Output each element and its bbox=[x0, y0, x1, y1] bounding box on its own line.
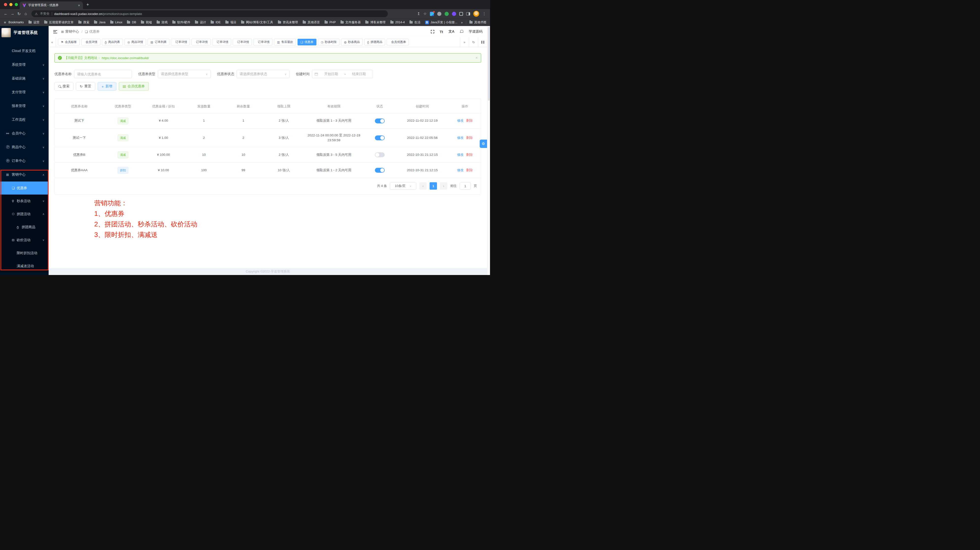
edit-link[interactable]: 修改 bbox=[457, 168, 464, 172]
bookmark-star-icon[interactable]: ☆ bbox=[423, 11, 427, 16]
tag-view-tab[interactable]: 订单详情 bbox=[191, 39, 211, 45]
page-size-select[interactable]: 10条/页 ∨ bbox=[390, 182, 416, 190]
bookmark-item[interactable]: PHP bbox=[325, 21, 336, 24]
coupon-type-select[interactable]: 请选择优惠券类型 ∨ bbox=[158, 70, 211, 78]
home-button[interactable]: ⌂ bbox=[22, 11, 29, 16]
page-scrollbar[interactable] bbox=[487, 26, 490, 275]
bookmark-item[interactable]: 前端 bbox=[141, 21, 152, 25]
sidebar-menu-item[interactable]: ⚯ 会员中心 ∨ bbox=[0, 127, 49, 140]
user-name[interactable]: 芋道源码 bbox=[469, 29, 482, 34]
sidebar-menu-item[interactable]: 报表管理 ∨ bbox=[0, 99, 49, 113]
sidebar-menu-item[interactable]: Cloud 开发文档 bbox=[0, 44, 49, 58]
sidebar-menu-item[interactable]: Ⓟ 商品中心 ∨ bbox=[0, 140, 49, 154]
delete-link[interactable]: 删除 bbox=[466, 119, 473, 122]
edit-link[interactable]: 修改 bbox=[457, 136, 464, 139]
theme-settings-button[interactable]: ⚙ bbox=[480, 139, 487, 148]
status-toggle[interactable] bbox=[375, 168, 385, 173]
other-bookmarks[interactable]: 其他书签 bbox=[469, 21, 487, 25]
bookmark-item[interactable]: 其他语言 bbox=[303, 21, 320, 25]
bookmark-item[interactable]: 运营 bbox=[29, 21, 40, 25]
prev-page-button[interactable]: ‹ bbox=[419, 182, 427, 190]
sidebar-menu-item[interactable]: ⓔ 订单中心 ∨ bbox=[0, 154, 49, 168]
search-button[interactable]: 搜索 bbox=[54, 82, 73, 90]
bookmark-item[interactable]: 游戏 bbox=[157, 21, 168, 25]
extension-icon[interactable] bbox=[430, 12, 434, 16]
forward-button[interactable]: → bbox=[9, 11, 16, 16]
reload-button[interactable]: ↻ bbox=[16, 11, 22, 16]
tab-close-icon[interactable]: × bbox=[78, 3, 80, 7]
extension-icon[interactable] bbox=[437, 12, 441, 16]
tags-refresh-icon[interactable]: ↻ bbox=[469, 37, 478, 47]
zoom-window-button[interactable] bbox=[15, 3, 18, 6]
tag-view-tab[interactable]: 会员详情 bbox=[81, 39, 100, 45]
language-icon[interactable]: 文A bbox=[449, 29, 454, 34]
date-range-picker[interactable]: 开始日期 - 结束日期 bbox=[312, 70, 373, 78]
bookmark-item[interactable]: BJava开发 | 小组首... bbox=[425, 21, 458, 25]
extension-icon[interactable] bbox=[452, 12, 456, 16]
bookmark-item[interactable]: 近期需要读的文章 bbox=[44, 21, 74, 25]
sidebar-menu-item[interactable]: ⚇ 拼团活动 ∧ bbox=[0, 208, 49, 220]
scrollbar-thumb[interactable] bbox=[488, 27, 490, 101]
bookmark-item[interactable]: DB bbox=[127, 21, 136, 24]
bookmark-item[interactable]: 项目 bbox=[225, 21, 236, 25]
extension-icon[interactable] bbox=[445, 12, 449, 16]
bookmarks-overflow-icon[interactable]: » bbox=[461, 21, 463, 24]
coupon-status-select[interactable]: 请选择优惠券状态 ∨ bbox=[237, 70, 290, 78]
side-panel-icon[interactable] bbox=[466, 12, 470, 16]
sidebar-menu-item[interactable]: 基础设施 ∨ bbox=[0, 71, 49, 86]
bookmark-item[interactable]: 软件/硬件 bbox=[172, 21, 190, 25]
app-logo[interactable]: 芋道管理系统 bbox=[0, 26, 49, 39]
browser-menu-icon[interactable]: ⋮ bbox=[482, 11, 486, 16]
share-icon[interactable]: ↥ bbox=[417, 11, 420, 16]
bookmark-item[interactable]: 网站/博客/文章/工具 bbox=[241, 21, 273, 25]
status-toggle[interactable] bbox=[375, 152, 385, 157]
bookmark-item[interactable]: 博客未整理 bbox=[365, 21, 386, 25]
tag-view-tab[interactable]: 订单详情 bbox=[171, 39, 190, 45]
status-toggle[interactable] bbox=[375, 135, 385, 140]
bookmark-item[interactable]: 设计 bbox=[195, 21, 206, 25]
tag-view-tab[interactable]: ❏ 优惠券 bbox=[298, 39, 317, 45]
delete-link[interactable]: 删除 bbox=[466, 153, 473, 157]
goto-page-input[interactable] bbox=[460, 182, 471, 190]
bookmark-item[interactable]: 2014-4 bbox=[390, 21, 405, 24]
close-window-button[interactable] bbox=[4, 3, 7, 6]
bookmark-item[interactable]: Linux bbox=[110, 21, 123, 24]
sidebar-menu-item[interactable]: ⊞ 营销中心 ∧ bbox=[0, 168, 49, 182]
sidebar-menu-item[interactable]: 支付管理 ∨ bbox=[0, 86, 49, 99]
notice-link[interactable]: https://doc.iocoder.cn/mall/build/ bbox=[102, 56, 149, 60]
delete-link[interactable]: 删除 bbox=[466, 168, 473, 172]
tag-view-tab[interactable]: 订单详情 bbox=[233, 39, 252, 45]
bookmark-item[interactable]: 文件服务器 bbox=[340, 21, 361, 25]
bookmark-item[interactable]: IDE bbox=[211, 21, 221, 24]
sidebar-menu-item[interactable]: ❏ 优惠券 bbox=[0, 182, 49, 195]
sidebar-menu-item[interactable]: ⊟ 砍价活动 ∨ bbox=[0, 233, 49, 247]
tags-scroll-right[interactable]: » bbox=[460, 37, 469, 47]
coupon-name-input[interactable] bbox=[74, 70, 132, 78]
sidebar-menu-item[interactable]: ⚲ 秒杀活动 ∨ bbox=[0, 195, 49, 208]
sidebar-menu-item[interactable]: 限时折扣活动 bbox=[0, 247, 49, 260]
extensions-puzzle-icon[interactable] bbox=[459, 12, 463, 16]
tags-scroll-left[interactable]: « bbox=[49, 37, 56, 47]
sidebar-menu-item[interactable]: ტ 拼团商品 bbox=[0, 220, 49, 233]
back-button[interactable]: ← bbox=[2, 11, 9, 16]
sidebar-menu-item[interactable]: 工作流程 ∨ bbox=[0, 113, 49, 127]
fullscreen-icon[interactable] bbox=[431, 30, 434, 33]
bookmark-item[interactable]: Java bbox=[94, 21, 105, 24]
tag-view-tab[interactable]: 订单详情 bbox=[253, 39, 272, 45]
tag-view-tab[interactable]: ⚑ 会员标签 bbox=[58, 39, 80, 45]
edit-link[interactable]: 修改 bbox=[457, 153, 464, 157]
tag-view-tab[interactable]: ▥ 售后退款 bbox=[274, 39, 296, 45]
bookmark-item[interactable]: 生活 bbox=[409, 21, 420, 25]
tag-view-tab[interactable]: ტ 商品列表 bbox=[102, 39, 123, 45]
tag-view-tab[interactable]: ◎ 商品详情 bbox=[124, 39, 146, 45]
status-toggle[interactable] bbox=[375, 119, 385, 124]
bookmark-item[interactable]: 资讯未整理 bbox=[278, 21, 298, 25]
collapse-menu-icon[interactable] bbox=[53, 30, 57, 33]
bookmarks-label[interactable]: Bookmarks bbox=[9, 21, 24, 24]
profile-avatar[interactable] bbox=[473, 11, 479, 17]
edit-link[interactable]: 修改 bbox=[457, 119, 464, 122]
tag-view-tab[interactable]: ▤ 订单列表 bbox=[148, 39, 169, 45]
tag-view-tab[interactable]: ◷ 秒杀时段 bbox=[318, 39, 339, 45]
tag-view-tab[interactable]: 会员优惠券 bbox=[387, 39, 409, 45]
bookmark-item[interactable]: 搜索 bbox=[78, 21, 89, 25]
